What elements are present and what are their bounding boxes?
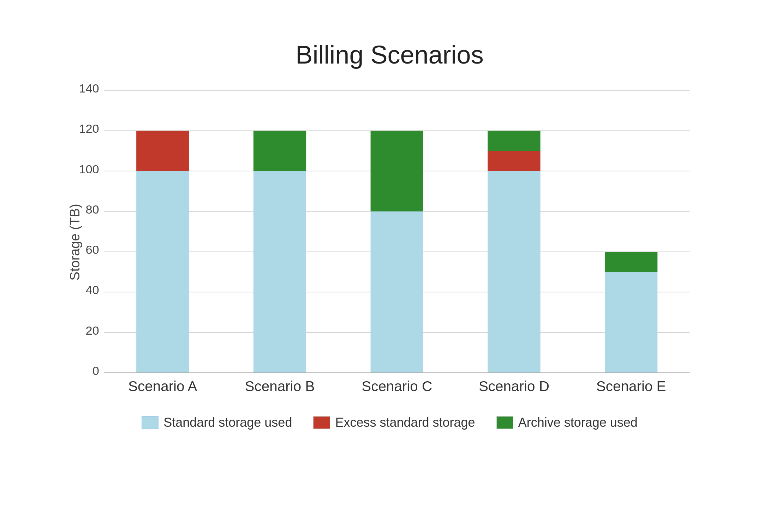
svg-text:60: 60 <box>85 243 99 256</box>
svg-text:20: 20 <box>85 323 99 337</box>
svg-rect-22 <box>370 211 423 372</box>
svg-text:40: 40 <box>85 283 99 297</box>
chart-svg: 020406080100120140Scenario AScenario BSc… <box>76 83 704 401</box>
svg-rect-25 <box>488 171 540 372</box>
legend: Standard storage usedExcess standard sto… <box>76 415 704 430</box>
legend-item-excess: Excess standard storage <box>313 415 475 430</box>
chart-container: Billing Scenarios Storage (TB) 020406080… <box>26 19 732 513</box>
svg-rect-26 <box>488 151 540 171</box>
svg-text:0: 0 <box>92 364 99 377</box>
svg-rect-30 <box>605 252 657 272</box>
legend-label-excess: Excess standard storage <box>335 415 475 430</box>
chart-title: Billing Scenarios <box>76 40 704 69</box>
legend-swatch-excess <box>313 416 330 429</box>
svg-rect-29 <box>605 272 657 373</box>
legend-item-archive: Archive storage used <box>496 415 638 430</box>
legend-label-archive: Archive storage used <box>518 415 638 430</box>
svg-text:Scenario C: Scenario C <box>362 378 432 394</box>
legend-item-standard: Standard storage used <box>142 415 292 430</box>
svg-rect-23 <box>370 131 423 211</box>
svg-rect-20 <box>253 131 306 171</box>
svg-rect-19 <box>253 171 306 372</box>
svg-text:140: 140 <box>79 83 99 95</box>
svg-text:100: 100 <box>79 162 99 175</box>
svg-rect-17 <box>136 131 189 171</box>
svg-rect-27 <box>488 131 540 151</box>
svg-text:120: 120 <box>79 122 99 135</box>
legend-swatch-standard <box>142 416 159 429</box>
chart-area: Storage (TB) 020406080100120140Scenario … <box>76 83 704 401</box>
svg-text:Scenario D: Scenario D <box>478 378 549 394</box>
legend-label-standard: Standard storage used <box>163 415 292 430</box>
bars-area: 020406080100120140Scenario AScenario BSc… <box>76 83 704 401</box>
legend-swatch-archive <box>496 416 513 429</box>
svg-text:80: 80 <box>85 203 99 216</box>
svg-text:Scenario B: Scenario B <box>245 378 315 394</box>
svg-rect-16 <box>136 171 189 372</box>
svg-text:Scenario A: Scenario A <box>128 378 197 394</box>
svg-text:Scenario E: Scenario E <box>596 378 666 394</box>
